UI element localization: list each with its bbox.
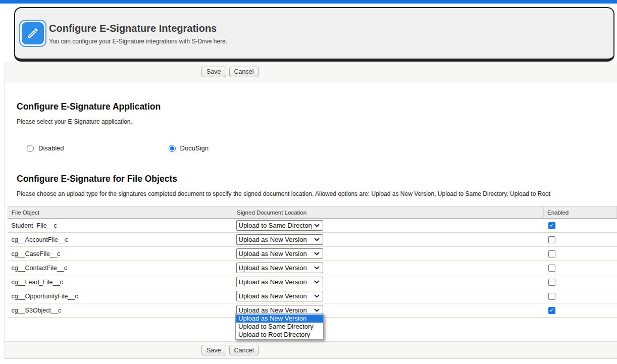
- select-value: Upload to Same Directory: [239, 222, 312, 229]
- enabled-checkbox[interactable]: [548, 293, 555, 300]
- enabled-checkbox[interactable]: [548, 222, 555, 229]
- application-section-description: Please select your E-Signature applicati…: [17, 118, 617, 125]
- save-button-bottom[interactable]: Save: [201, 345, 226, 355]
- file-object-cell: cg__CaseFile__c: [8, 247, 233, 261]
- cancel-button[interactable]: Cancel: [229, 67, 259, 77]
- enabled-checkbox[interactable]: [548, 236, 555, 243]
- column-header-signed-document-location: Signed Document Location: [233, 206, 544, 219]
- signed-document-location-select[interactable]: Upload as New Version: [236, 234, 323, 245]
- signed-document-location-select[interactable]: Upload to Same Directory: [236, 220, 323, 231]
- bottom-toolbar: Save Cancel: [5, 341, 617, 359]
- top-accent-bar: [0, 0, 617, 4]
- page-subtitle: You can configure your E-Signature integ…: [49, 38, 227, 45]
- chevron-down-icon: [314, 308, 320, 312]
- open-dropdown: Upload as New VersionUpload to Same Dire…: [235, 314, 324, 340]
- table-row: cg__Lead_File__c Upload as New Version: [8, 275, 617, 289]
- section-divider: [12, 135, 617, 135]
- table-row: cg__OpportunityFile__c Upload as New Ver…: [8, 289, 617, 303]
- file-objects-table-body: Student_File__c Upload to Same Directory…: [8, 219, 617, 318]
- radio-selected-icon[interactable]: [169, 145, 176, 152]
- application-section-title: Configure E-Signature Application: [17, 82, 617, 112]
- table-row: cg__AccountFile__c Upload as New Version: [8, 233, 617, 247]
- radio-unselected-icon[interactable]: [27, 145, 34, 152]
- dropdown-option[interactable]: Upload as New Version: [236, 315, 323, 323]
- pencil-icon: [22, 22, 44, 44]
- radio-option-docusign[interactable]: DocuSign: [169, 144, 209, 152]
- signed-document-location-select[interactable]: Upload as New Version: [236, 277, 323, 287]
- dropdown-option[interactable]: Upload to Same Directory: [236, 323, 323, 331]
- esignature-application-radio-group: DisabledDocuSign: [27, 144, 617, 152]
- column-header-enabled: Enabled: [544, 206, 617, 219]
- select-value: Upload as New Version: [239, 292, 312, 300]
- cancel-button-bottom[interactable]: Cancel: [229, 345, 259, 355]
- enabled-checkbox[interactable]: [548, 279, 555, 286]
- table-header-row: File Object Signed Document Location Ena…: [8, 206, 617, 219]
- file-objects-section-description: Please choose an upload type for the sig…: [17, 190, 617, 197]
- chevron-down-icon: [314, 266, 320, 270]
- select-value: Upload as New Version: [239, 306, 312, 314]
- column-header-file-object: File Object: [8, 206, 233, 219]
- top-toolbar: Save Cancel: [5, 62, 617, 82]
- select-value: Upload as New Version: [239, 264, 312, 272]
- chevron-down-icon: [314, 280, 320, 284]
- file-object-cell: cg__Lead_File__c: [8, 275, 233, 289]
- enabled-checkbox[interactable]: [548, 265, 555, 272]
- file-object-cell: cg__ContactFile__c: [8, 261, 233, 275]
- enabled-checkbox[interactable]: [548, 250, 555, 257]
- enabled-checkbox[interactable]: [548, 307, 555, 314]
- dropdown-option[interactable]: Upload to Root Directory: [236, 331, 323, 339]
- save-button[interactable]: Save: [201, 67, 226, 77]
- file-object-cell: cg__AccountFile__c: [8, 233, 233, 247]
- file-object-cell: cg__OpportunityFile__c: [8, 289, 233, 303]
- select-value: Upload as New Version: [239, 278, 312, 286]
- select-value: Upload as New Version: [239, 236, 312, 243]
- table-row: cg__ContactFile__c Upload as New Version: [8, 261, 617, 275]
- page-title: Configure E-Signature Integrations: [49, 22, 227, 34]
- radio-option-label: Disabled: [38, 144, 64, 152]
- chevron-down-icon: [314, 238, 320, 241]
- file-objects-table: File Object Signed Document Location Ena…: [8, 206, 617, 318]
- header-icon-frame: [19, 20, 46, 47]
- signed-document-location-select[interactable]: Upload as New Version: [236, 291, 323, 301]
- file-object-cell: cg__S3Object__c: [8, 303, 233, 318]
- radio-option-disabled[interactable]: Disabled: [27, 144, 64, 152]
- page-content: Configure E-Signature Application Please…: [5, 82, 617, 341]
- signed-document-location-select[interactable]: Upload as New Version: [236, 248, 323, 259]
- table-row: cg__CaseFile__c Upload as New Version: [8, 247, 617, 261]
- radio-option-label: DocuSign: [180, 144, 209, 152]
- page-header-panel: Configure E-Signature Integrations You c…: [14, 7, 614, 62]
- select-value: Upload as New Version: [239, 250, 312, 257]
- file-object-cell: Student_File__c: [8, 219, 233, 233]
- table-row: Student_File__c Upload to Same Directory: [8, 219, 617, 233]
- chevron-down-icon: [314, 294, 320, 298]
- file-objects-section-title: Configure E-Signature for File Objects: [17, 152, 617, 184]
- chevron-down-icon: [314, 252, 320, 255]
- chevron-down-icon: [314, 224, 320, 227]
- signed-document-location-select[interactable]: Upload as New Version: [236, 263, 323, 273]
